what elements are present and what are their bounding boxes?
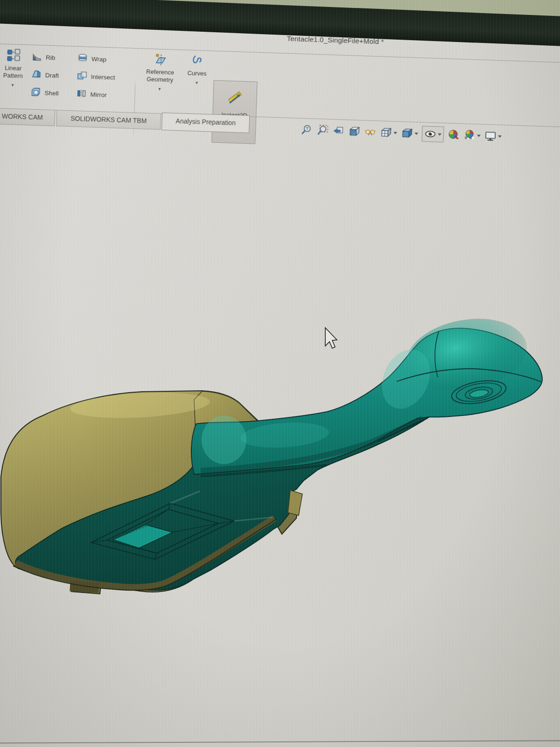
mouse-cursor xyxy=(325,328,337,348)
cursor-layer xyxy=(0,0,560,747)
